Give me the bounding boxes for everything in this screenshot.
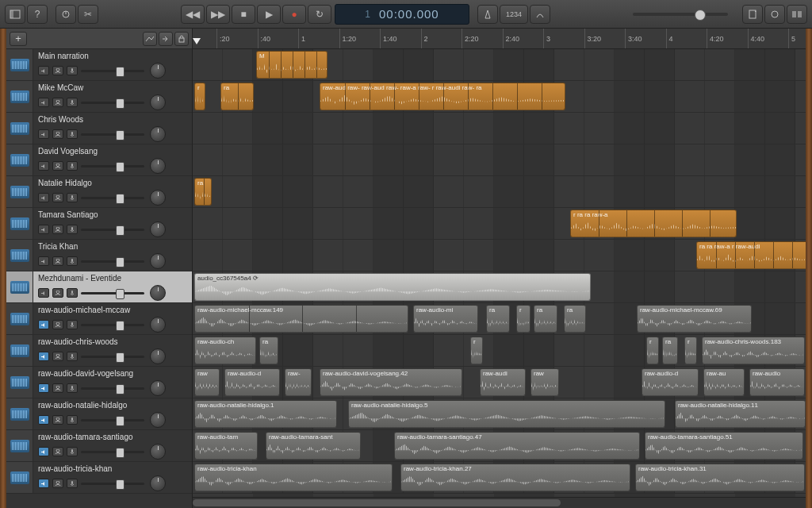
audio-region[interactable]: raw-audio-natalie-hidalgo.11 (675, 400, 806, 428)
track-lane[interactable]: r ra ra raw-a (193, 208, 806, 240)
mute-button[interactable] (38, 98, 49, 107)
audio-region[interactable]: ra (259, 337, 278, 364)
editor-button[interactable] (56, 5, 76, 24)
track-lane[interactable]: ra (193, 176, 806, 208)
pan-knob[interactable] (150, 317, 166, 333)
audio-region[interactable]: raw-audio-tamara-santiago.51 (645, 432, 803, 460)
track-lane[interactable]: M (193, 49, 806, 81)
audio-region[interactable]: raw-audio-mi (413, 305, 478, 333)
scissors-button[interactable]: ✂ (78, 5, 98, 24)
solo-button[interactable] (52, 447, 63, 456)
audio-region[interactable]: audio_cc367545a4 ⟳ (194, 273, 591, 301)
input-button[interactable] (67, 447, 78, 456)
volume-fader[interactable] (81, 451, 144, 453)
audio-region[interactable]: raw-audio-michael-mccaw.69 (637, 305, 752, 333)
solo-button[interactable] (52, 66, 63, 75)
audio-region[interactable]: r ra ra raw-a (570, 210, 737, 237)
input-button[interactable] (67, 193, 78, 202)
audio-region[interactable]: raw-audio (749, 368, 805, 396)
pan-knob[interactable] (150, 221, 166, 237)
input-button[interactable] (67, 352, 78, 361)
mute-button[interactable] (38, 288, 49, 298)
pan-knob[interactable] (150, 412, 166, 428)
solo-button[interactable] (52, 256, 63, 266)
quickhelp-button[interactable]: ? (27, 5, 48, 24)
input-button[interactable] (67, 66, 78, 75)
track-lane[interactable]: rawraw-audio-draw-raw-audio-david-vogels… (193, 367, 806, 398)
audio-region[interactable]: raw- (285, 368, 312, 396)
audio-region[interactable]: raw-audio-d (224, 368, 280, 396)
notepad-button[interactable] (742, 5, 763, 24)
pan-knob[interactable] (150, 475, 166, 491)
audio-region[interactable]: raw-audio-tamara-sant (266, 432, 361, 460)
input-button[interactable] (67, 320, 78, 329)
mute-button[interactable] (38, 161, 49, 171)
pan-knob[interactable] (150, 348, 166, 364)
track-lane[interactable]: raw-audio-natalie-hidalgo.1raw-audio-nat… (193, 398, 806, 430)
volume-fader[interactable] (81, 197, 144, 199)
mute-button[interactable] (38, 447, 49, 456)
track-header[interactable]: raw-audio-chris-woods (6, 335, 192, 367)
horizontal-scrollbar[interactable] (193, 497, 806, 508)
solo-button[interactable] (52, 352, 63, 361)
audio-region[interactable]: ra ra raw-a r raw-audi (696, 241, 806, 269)
audio-region[interactable]: raw-audio-chris-woods.183 (702, 337, 805, 364)
audio-region[interactable]: ra (564, 305, 586, 333)
solo-button[interactable] (52, 415, 63, 425)
mute-button[interactable] (38, 352, 49, 361)
metronome-button[interactable] (477, 5, 498, 24)
track-header[interactable]: raw-audio-tricia-khan (6, 462, 192, 494)
volume-fader[interactable] (81, 102, 144, 104)
input-button[interactable] (67, 225, 78, 234)
input-button[interactable] (67, 98, 78, 107)
track-header[interactable]: raw-audio-natalie-hidalgo (6, 398, 192, 430)
forward-button[interactable]: ▶▶ (206, 5, 230, 24)
track-header[interactable]: Main narration (6, 49, 192, 81)
playhead-icon[interactable] (193, 38, 201, 44)
track-lane[interactable]: ra ra raw-a r raw-audi (193, 240, 806, 271)
record-button[interactable]: ● (282, 5, 306, 24)
track-lane[interactable]: raw-audio-chrarrrarraw-audio-chris-woods… (193, 335, 806, 367)
audio-region[interactable]: ra (534, 305, 557, 333)
solo-button[interactable] (52, 193, 63, 202)
track-lane[interactable]: raw-audio-tricia-khanraw-audio-tricia-kh… (193, 462, 806, 494)
pan-knob[interactable] (150, 190, 166, 206)
track-lane[interactable] (193, 113, 806, 144)
audio-region[interactable]: raw-audio-tricia-khan (194, 464, 393, 491)
mute-button[interactable] (38, 479, 49, 488)
audio-region[interactable]: raw-au (703, 368, 745, 396)
mute-button[interactable] (38, 225, 49, 234)
pan-knob[interactable] (150, 444, 166, 460)
track-lane[interactable]: raw-audio-tamraw-audio-tamara-santraw-au… (193, 430, 806, 462)
audio-region[interactable]: r (470, 337, 483, 364)
volume-fader[interactable] (81, 70, 144, 72)
cycle-button[interactable]: ↻ (308, 5, 331, 24)
volume-fader[interactable] (81, 229, 144, 231)
audio-region[interactable]: raw-audio-tamara-santiago.47 (394, 432, 640, 460)
input-button[interactable] (67, 129, 78, 139)
audio-region[interactable]: r (516, 305, 530, 333)
solo-button[interactable] (52, 383, 63, 393)
track-header[interactable]: raw-audio-david-vogelsang (6, 367, 192, 398)
pan-knob[interactable] (150, 94, 166, 110)
mute-button[interactable] (38, 66, 49, 75)
mute-button[interactable] (38, 320, 49, 329)
library-button[interactable] (5, 5, 25, 24)
mute-button[interactable] (38, 383, 49, 393)
solo-button[interactable] (52, 225, 63, 234)
audio-region[interactable]: ra (194, 178, 212, 206)
automation-toggle[interactable] (143, 32, 157, 46)
volume-fader[interactable] (81, 324, 144, 326)
pan-knob[interactable] (150, 253, 166, 269)
add-track-button[interactable]: + (10, 32, 27, 46)
audio-region[interactable]: ra (220, 83, 254, 110)
input-button[interactable] (67, 383, 78, 393)
audio-region[interactable]: raw-audio-tricia-khan.27 (400, 464, 630, 491)
track-header[interactable]: raw-audio-tamara-santiago (6, 430, 192, 462)
audio-region[interactable]: r (194, 83, 205, 110)
audio-region[interactable]: raw-audi (480, 368, 526, 396)
pan-knob[interactable] (150, 126, 166, 142)
audio-region[interactable]: raw-audio-michael-mccaw.149 (194, 305, 408, 333)
solo-button[interactable] (52, 288, 63, 298)
media-button[interactable] (787, 5, 807, 24)
